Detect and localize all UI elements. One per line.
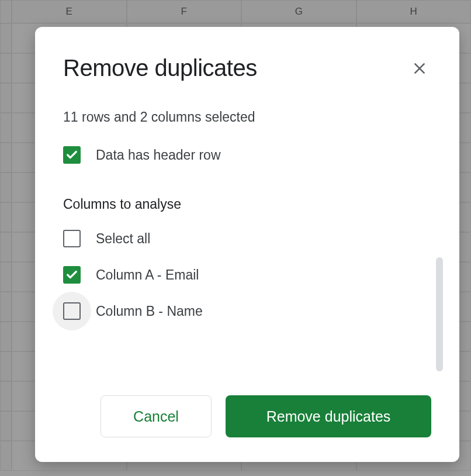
column-label: Column A - Email [96, 267, 199, 283]
scrollbar[interactable] [436, 257, 443, 371]
header-row-label: Data has header row [96, 147, 221, 163]
select-all-checkbox[interactable] [63, 230, 81, 247]
checkmark-icon [65, 268, 78, 281]
columns-heading: Columns to analyse [63, 196, 431, 212]
remove-duplicates-dialog: Remove duplicates 11 rows and 2 columns … [35, 27, 459, 462]
close-icon [412, 61, 427, 76]
header-row-checkbox[interactable] [63, 146, 81, 164]
select-all-option[interactable]: Select all [63, 230, 431, 247]
cancel-button[interactable]: Cancel [101, 395, 212, 437]
dialog-title: Remove duplicates [63, 55, 257, 81]
column-checkbox[interactable] [63, 302, 81, 320]
column-label: Column B - Name [96, 303, 203, 319]
checkmark-icon [65, 149, 78, 161]
column-list: Select all Column A - Email Column B - N… [63, 230, 431, 320]
column-option[interactable]: Column A - Email [63, 266, 431, 284]
dialog-header: Remove duplicates [63, 55, 431, 81]
dialog-footer: Cancel Remove duplicates [63, 395, 431, 437]
select-all-label: Select all [96, 231, 150, 247]
header-row-option[interactable]: Data has header row [63, 146, 431, 164]
column-option[interactable]: Column B - Name [63, 302, 431, 320]
remove-duplicates-button[interactable]: Remove duplicates [226, 395, 431, 437]
close-button[interactable] [408, 57, 431, 80]
column-checkbox[interactable] [63, 266, 81, 284]
selection-info: 11 rows and 2 columns selected [63, 109, 431, 125]
